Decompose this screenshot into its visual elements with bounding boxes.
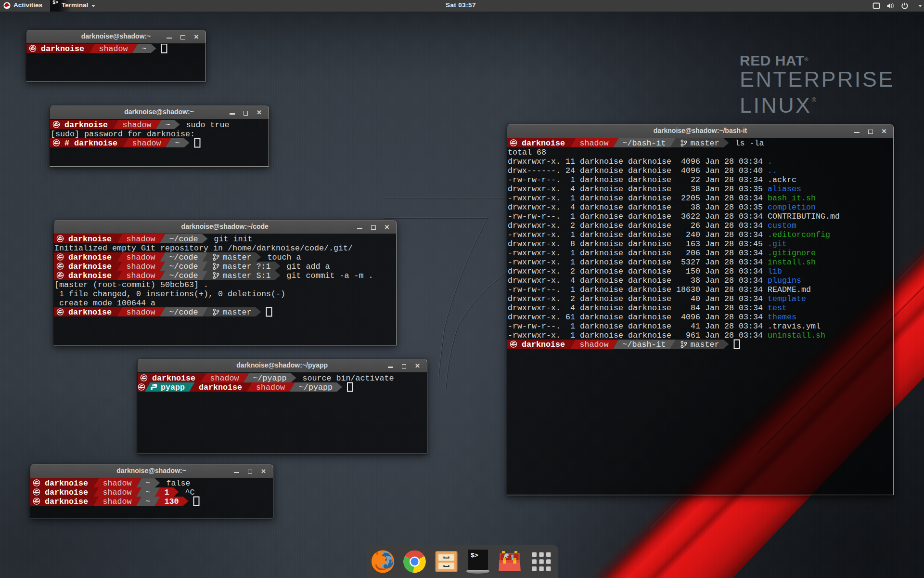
- svg-text:completion: completion: [768, 203, 816, 212]
- svg-text:~: ~: [142, 44, 147, 53]
- svg-text:master S:1: master S:1: [222, 271, 270, 280]
- svg-text:-rwxrwxr-x. 1 darknoise darkn: -rwxrwxr-x. 1 darknoise darknoise 206 Ja…: [508, 249, 768, 258]
- svg-text:master: master: [691, 139, 719, 148]
- svg-text:drwxrwxr-x. 2 darknoise darkn: drwxrwxr-x. 2 darknoise darknoise 40 Jan…: [508, 294, 768, 303]
- svg-text:$>: $>: [471, 552, 478, 559]
- svg-text:uninstall.sh: uninstall.sh: [768, 331, 825, 340]
- svg-text:total 68: total 68: [508, 148, 546, 157]
- svg-text:shadow: shadow: [103, 488, 131, 497]
- svg-text:drwxrwxr-x. 2 darknoise darkn: drwxrwxr-x. 2 darknoise darknoise 26 Jan…: [508, 221, 768, 230]
- svg-text:-rwxrwxr-x. 1 darknoise darkn: -rwxrwxr-x. 1 darknoise darknoise 961 Ja…: [508, 331, 768, 340]
- svg-text:plugins: plugins: [768, 276, 801, 285]
- svg-text:~/code: ~/code: [169, 253, 198, 262]
- svg-text:1 file changed, 0 insertions(+: 1 file changed, 0 insertions(+), 0 delet…: [54, 289, 285, 299]
- svg-text:drwxrwxr-x. 4 darknoise darkn: drwxrwxr-x. 4 darknoise darknoise 84 Jan…: [508, 303, 768, 313]
- svg-text:~/code: ~/code: [169, 308, 198, 317]
- svg-text:pyapp: pyapp: [161, 382, 185, 392]
- svg-text:README.md: README.md: [768, 285, 811, 294]
- svg-text:..: ..: [768, 166, 777, 175]
- svg-text:darknoise: darknoise: [68, 308, 112, 317]
- svg-text:shadow: shadow: [126, 308, 155, 317]
- svg-text:drwxrwxr-x. 2 darknoise darkn: drwxrwxr-x. 2 darknoise darknoise 150 Ja…: [508, 267, 768, 276]
- svg-text:drwxrwxr-x. 4 darknoise darkn: drwxrwxr-x. 4 darknoise darknoise 38 Jan…: [508, 276, 768, 285]
- svg-text:drwxrwxr-x. 4 darknoise darkn: drwxrwxr-x. 4 darknoise darknoise 38 Jan…: [508, 184, 768, 194]
- svg-text:darknoise: darknoise: [68, 271, 112, 280]
- svg-text:~/bash-it: ~/bash-it: [623, 139, 666, 148]
- svg-text:template: template: [768, 294, 806, 303]
- svg-text:~: ~: [145, 497, 150, 506]
- svg-text:false: false: [166, 479, 190, 488]
- svg-text:-rw-rw-r--. 1 darknoise darkn: -rw-rw-r--. 1 darknoise darknoise 18630 …: [508, 285, 768, 294]
- svg-text:darknoise: darknoise: [199, 382, 242, 392]
- svg-text:aliases: aliases: [768, 184, 801, 194]
- svg-text:test: test: [768, 303, 787, 313]
- svg-text:-rw-rw-r--. 1 darknoise darkn: -rw-rw-r--. 1 darknoise darknoise 41 Jan…: [508, 322, 768, 331]
- svg-text:shadow: shadow: [256, 382, 285, 392]
- svg-text:shadow: shadow: [126, 253, 155, 262]
- svg-text:~/bash-it: ~/bash-it: [623, 340, 666, 349]
- svg-text:Initialized empty Git reposito: Initialized empty Git repository in /hom…: [54, 244, 353, 253]
- svg-text:~/code: ~/code: [169, 235, 198, 244]
- svg-text:create mode 100644 a: create mode 100644 a: [54, 299, 155, 308]
- svg-text:~: ~: [175, 138, 180, 147]
- svg-text:-rwxrwxr-x. 1 darknoise darkn: -rwxrwxr-x. 1 darknoise darknoise 2205 J…: [508, 194, 768, 203]
- svg-text:shadow: shadow: [580, 340, 609, 349]
- svg-text:-rw-rw-r--. 1 darknoise darkn: -rw-rw-r--. 1 darknoise darknoise 3622 J…: [508, 212, 768, 221]
- svg-text:bash_it.sh: bash_it.sh: [768, 194, 816, 203]
- svg-text:ls -la: ls -la: [735, 139, 764, 148]
- svg-text:master: master: [222, 253, 251, 262]
- svg-text:130: 130: [164, 497, 179, 506]
- svg-text:drwxrwxr-x. 61 darknoise darkn: drwxrwxr-x. 61 darknoise darknoise 4096 …: [508, 313, 768, 322]
- svg-text:master: master: [222, 308, 251, 317]
- svg-text:git commit -a -m .: git commit -a -m .: [286, 271, 373, 280]
- svg-text:~: ~: [145, 479, 150, 488]
- svg-text:1: 1: [164, 488, 169, 497]
- svg-text:darknoise: darknoise: [45, 497, 88, 506]
- svg-text:darknoise: darknoise: [45, 479, 88, 488]
- svg-text:shadow: shadow: [132, 138, 161, 147]
- svg-text:[master (root-commit) 50bcb63]: [master (root-commit) 50bcb63] .: [54, 280, 208, 289]
- svg-text:~: ~: [165, 120, 170, 129]
- svg-text:shadow: shadow: [210, 373, 239, 382]
- svg-text:.travis.yml: .travis.yml: [768, 322, 821, 331]
- svg-text:install.sh: install.sh: [768, 258, 816, 267]
- svg-text:shadow: shadow: [126, 235, 155, 244]
- svg-text:.git: .git: [768, 239, 787, 249]
- svg-text:shadow: shadow: [122, 120, 151, 129]
- svg-text:~/code: ~/code: [169, 271, 198, 280]
- svg-text:~/pyapp: ~/pyapp: [299, 382, 333, 392]
- svg-text:darknoise: darknoise: [68, 235, 112, 244]
- svg-text:darknoise: darknoise: [522, 340, 565, 349]
- svg-text:source bin/activate: source bin/activate: [303, 373, 394, 382]
- svg-text:CONTRIBUTING.md: CONTRIBUTING.md: [768, 212, 840, 221]
- svg-text:.ackrc: .ackrc: [768, 175, 796, 184]
- svg-text:drwx------. 24 darknoise darkn: drwx------. 24 darknoise darknoise 4096 …: [508, 166, 768, 175]
- svg-text:drwxrwxr-x. 8 darknoise darkn: drwxrwxr-x. 8 darknoise darknoise 163 Ja…: [508, 239, 768, 249]
- svg-text:git add a: git add a: [286, 262, 330, 271]
- svg-text:-rw-rw-r--. 1 darknoise darkn: -rw-rw-r--. 1 darknoise darknoise 22 Jan…: [508, 175, 768, 184]
- svg-text:-rwxrwxr-x. 1 darknoise darkn: -rwxrwxr-x. 1 darknoise darknoise 5327 J…: [508, 258, 768, 267]
- svg-text:# darknoise: # darknoise: [64, 138, 117, 147]
- svg-text:git init: git init: [214, 235, 252, 244]
- svg-text:~: ~: [145, 488, 150, 497]
- svg-text:.editorconfig: .editorconfig: [768, 230, 830, 239]
- svg-text:touch a: touch a: [267, 253, 301, 262]
- svg-text:shadow: shadow: [126, 262, 155, 271]
- svg-text:darknoise: darknoise: [64, 120, 108, 129]
- svg-text:drwxrwxr-x. 4 darknoise darkn: drwxrwxr-x. 4 darknoise darknoise 38 Jan…: [508, 203, 768, 212]
- svg-text:custom: custom: [768, 221, 796, 230]
- svg-text:sudo true: sudo true: [186, 120, 229, 129]
- svg-text:drwxrwxr-x. 11 darknoise darkn: drwxrwxr-x. 11 darknoise darknoise 4096 …: [508, 157, 768, 166]
- svg-text:darknoise: darknoise: [522, 139, 565, 148]
- svg-text:darknoise: darknoise: [152, 373, 195, 382]
- svg-text:darknoise: darknoise: [41, 44, 84, 53]
- svg-text:darknoise: darknoise: [68, 253, 112, 262]
- svg-text:^C: ^C: [185, 488, 194, 497]
- svg-text:[sudo] password for darknoise:: [sudo] password for darknoise:: [51, 129, 195, 138]
- svg-text:shadow: shadow: [99, 44, 128, 53]
- svg-text:themes: themes: [768, 313, 796, 322]
- svg-text:shadow: shadow: [103, 479, 131, 488]
- svg-text:master: master: [691, 340, 719, 349]
- svg-text:-rwxrwxr-x. 1 darknoise darkn: -rwxrwxr-x. 1 darknoise darknoise 240 Ja…: [508, 230, 768, 239]
- svg-text:darknoise: darknoise: [45, 488, 88, 497]
